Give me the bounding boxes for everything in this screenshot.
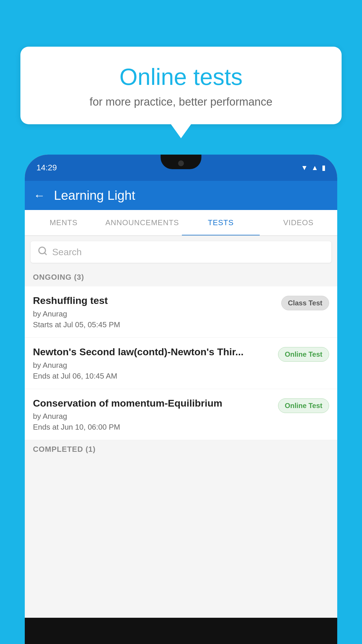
test-author-conservation: by Anurag bbox=[33, 412, 272, 421]
tabs-bar: MENTS ANNOUNCEMENTS TESTS VIDEOS bbox=[25, 210, 337, 236]
promo-bubble: Online tests for more practice, better p… bbox=[20, 47, 342, 124]
test-item-conservation[interactable]: Conservation of momentum-Equilibrium by … bbox=[25, 389, 337, 440]
test-badge-conservation: Online Test bbox=[278, 398, 329, 413]
test-item-reshuffling[interactable]: Reshuffling test by Anurag Starts at Jul… bbox=[25, 286, 337, 338]
content-area: Search ONGOING (3) Reshuffling test by A… bbox=[25, 236, 337, 618]
battery-icon: ▮ bbox=[322, 164, 326, 172]
app-header: ← Learning Light bbox=[25, 181, 337, 210]
tab-announcements[interactable]: ANNOUNCEMENTS bbox=[102, 210, 182, 235]
search-icon bbox=[38, 246, 48, 258]
test-date-newtons: Ends at Jul 06, 10:45 AM bbox=[33, 372, 272, 381]
test-info-newtons: Newton's Second law(contd)-Newton's Thir… bbox=[33, 346, 272, 381]
test-badge-reshuffling: Class Test bbox=[281, 296, 329, 310]
tab-ments[interactable]: MENTS bbox=[25, 210, 102, 235]
test-item-newtons[interactable]: Newton's Second law(contd)-Newton's Thir… bbox=[25, 338, 337, 389]
status-time: 14:29 bbox=[36, 163, 57, 172]
phone-mockup: 14:29 ▼ ▲ ▮ ← Learning Light MENTS ANNOU… bbox=[25, 155, 337, 644]
test-author-newtons: by Anurag bbox=[33, 361, 272, 370]
test-author-reshuffling: by Anurag bbox=[33, 309, 275, 318]
status-icons: ▼ ▲ ▮ bbox=[301, 164, 326, 172]
test-name-reshuffling: Reshuffling test bbox=[33, 295, 275, 307]
bubble-subtitle: for more practice, better performance bbox=[35, 96, 327, 108]
notch bbox=[161, 155, 201, 169]
tab-tests[interactable]: TESTS bbox=[182, 210, 259, 235]
test-date-conservation: Ends at Jun 10, 06:00 PM bbox=[33, 423, 272, 432]
test-info-reshuffling: Reshuffling test by Anurag Starts at Jul… bbox=[33, 295, 275, 329]
wifi-icon: ▼ bbox=[301, 164, 308, 172]
search-placeholder: Search bbox=[52, 247, 82, 258]
app-title: Learning Light bbox=[54, 188, 135, 203]
bubble-title: Online tests bbox=[35, 64, 327, 90]
test-date-reshuffling: Starts at Jul 05, 05:45 PM bbox=[33, 320, 275, 329]
status-bar: 14:29 ▼ ▲ ▮ bbox=[25, 155, 337, 181]
signal-icon: ▲ bbox=[311, 164, 318, 172]
camera bbox=[178, 160, 184, 166]
test-name-conservation: Conservation of momentum-Equilibrium bbox=[33, 397, 272, 409]
svg-line-1 bbox=[45, 253, 46, 255]
test-badge-newtons: Online Test bbox=[278, 347, 329, 362]
tab-videos[interactable]: VIDEOS bbox=[260, 210, 337, 235]
test-info-conservation: Conservation of momentum-Equilibrium by … bbox=[33, 397, 272, 432]
ongoing-section-header: ONGOING (3) bbox=[25, 268, 337, 286]
completed-section-header: COMPLETED (1) bbox=[25, 440, 337, 459]
back-button[interactable]: ← bbox=[34, 189, 45, 202]
search-bar[interactable]: Search bbox=[31, 241, 331, 263]
test-name-newtons: Newton's Second law(contd)-Newton's Thir… bbox=[33, 346, 272, 358]
phone-screen: 14:29 ▼ ▲ ▮ ← Learning Light MENTS ANNOU… bbox=[25, 155, 337, 618]
